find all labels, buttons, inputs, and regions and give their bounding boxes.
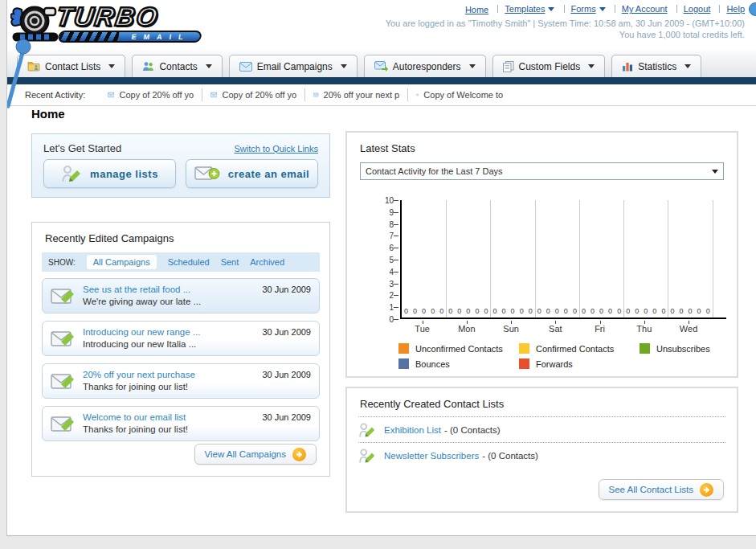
value-label: 0 <box>502 307 506 315</box>
value-label-group: 00000 <box>623 306 668 316</box>
envelope-plus-icon <box>194 165 220 182</box>
legend-swatch <box>519 358 529 369</box>
value-label: 0 <box>706 307 710 315</box>
header-link-templates[interactable]: Templates <box>505 4 545 14</box>
see-all-contact-lists-button[interactable]: See All Contact Lists <box>599 479 724 500</box>
recent-activity-label: Recent Activity: <box>25 90 85 100</box>
filter-archived[interactable]: Archived <box>250 257 284 267</box>
contact-list-item: Exhibition List- (0 Contacts) <box>347 417 737 442</box>
value-label: 0 <box>457 307 461 315</box>
value-label: 0 <box>608 307 612 315</box>
campaign-date: 30 Jun 2009 <box>262 412 311 422</box>
legend-label: Unsubscribes <box>656 344 710 354</box>
credits-line: You have 1,000 total credits left. <box>386 29 745 40</box>
header-link-home[interactable]: Home <box>465 5 488 14</box>
value-label: 0 <box>431 307 435 315</box>
tab-custom-fields[interactable]: Custom Fields <box>492 55 606 77</box>
campaign-subtitle: Thanks for joining our list! <box>83 424 254 436</box>
tab-email-campaigns[interactable]: Email Campaigns <box>229 55 358 77</box>
envelope-icon <box>239 62 252 72</box>
recent-activity-item[interactable]: Copy of 20% off yo <box>100 88 202 101</box>
value-label: 0 <box>439 307 443 315</box>
header-link-help[interactable]: Help <box>726 4 745 14</box>
value-label: 0 <box>537 307 541 315</box>
filter-all-campaigns[interactable]: All Campaigns <box>87 255 157 269</box>
campaign-title-link[interactable]: 20% off your next purchase <box>83 369 254 381</box>
dropdown-arrow-icon <box>548 7 554 11</box>
value-label: 0 <box>475 307 479 315</box>
y-tick-label: 2 <box>379 291 394 300</box>
arrow-icon <box>700 483 713 497</box>
legend-item: Bounces <box>398 358 519 369</box>
show-label: SHOW: <box>48 258 76 267</box>
y-tick <box>394 307 398 308</box>
dropdown-arrow-icon <box>588 64 595 68</box>
campaign-title-link[interactable]: Introducing our new range ... <box>83 326 254 338</box>
get-started-title: Let's Get Started <box>43 142 121 154</box>
header-link-logout[interactable]: Logout <box>684 4 711 14</box>
value-label: 0 <box>626 307 630 315</box>
gridline <box>668 200 668 318</box>
value-label-group: 00000 <box>579 306 623 316</box>
contact-list-link[interactable]: Exhibition List <box>384 425 441 435</box>
help-dot-icon <box>749 2 756 16</box>
y-tick-label: 10 <box>379 196 394 205</box>
x-tick <box>555 321 556 324</box>
contact-list-link[interactable]: Newsletter Subscribers <box>384 451 479 461</box>
person-pencil-icon <box>61 164 82 183</box>
switch-quick-links[interactable]: Switch to Quick Links <box>234 144 318 154</box>
header-link-forms[interactable]: Forms <box>571 4 596 14</box>
legend-swatch <box>398 358 409 369</box>
filter-scheduled[interactable]: Scheduled <box>168 257 210 267</box>
header-link-my-account[interactable]: My Account <box>622 4 668 14</box>
tab-contact-lists[interactable]: Contact Lists <box>17 55 125 77</box>
recent-activity-item[interactable]: Copy of 20% off yo <box>202 88 305 101</box>
header-links: Home Templates Forms My Account Logout H… <box>465 4 745 14</box>
recent-activity-item[interactable]: Copy of Welcome to <box>408 88 511 101</box>
value-label: 0 <box>599 307 603 315</box>
campaign-subtitle: Thanks for joining our list! <box>83 381 254 393</box>
y-tick-label: 9 <box>379 207 394 216</box>
campaigns-title: Recently Edited Campaigns <box>32 223 329 251</box>
recent-activity-item[interactable]: 20% off your next p <box>305 88 408 101</box>
y-tick <box>394 260 398 260</box>
person-pencil-icon <box>358 447 376 465</box>
value-label-group: 00000 <box>402 306 446 316</box>
value-label: 0 <box>635 307 639 315</box>
envelope-icon <box>416 91 419 99</box>
campaign-title-link[interactable]: Welcome to our email list <box>83 412 254 424</box>
manage-lists-button[interactable]: manage lists <box>43 159 176 188</box>
campaign-title-link[interactable]: See us at the retail food ... <box>83 284 254 296</box>
y-tick <box>394 236 398 236</box>
gridline <box>490 200 491 318</box>
tab-contacts[interactable]: Contacts <box>132 55 222 77</box>
y-tick-label: 1 <box>379 303 394 312</box>
value-label: 0 <box>466 307 470 315</box>
x-tick-label: Fri <box>578 324 622 334</box>
y-tick-label: 8 <box>379 219 394 228</box>
view-all-campaigns-button[interactable]: View All Campaigns <box>194 444 317 465</box>
campaign-row: 20% off your next purchase Thanks for jo… <box>42 363 320 399</box>
create-email-button[interactable]: create an email <box>186 159 318 188</box>
campaign-date: 30 Jun 2009 <box>262 327 311 337</box>
value-label: 0 <box>484 307 488 315</box>
x-tick <box>511 321 512 324</box>
value-label: 0 <box>582 307 586 315</box>
value-label: 0 <box>555 307 559 315</box>
value-label: 0 <box>520 307 524 315</box>
filter-sent[interactable]: Sent <box>221 257 239 267</box>
contact-activity-chart: 00000000000000000000000000000000000 Unco… <box>347 133 737 376</box>
campaign-date: 30 Jun 2009 <box>262 370 311 379</box>
campaigns-filter-bar: SHOW: All Campaigns Scheduled Sent Archi… <box>42 252 320 272</box>
y-tick-label: 5 <box>379 256 394 264</box>
tab-autoresponders[interactable]: Autoresponders <box>364 55 486 77</box>
contact-list-count: - (0 Contacts) <box>444 425 501 435</box>
x-tick <box>423 321 423 324</box>
legend-swatch <box>519 343 529 354</box>
x-tick <box>600 321 601 324</box>
tab-statistics[interactable]: Statistics <box>611 55 701 77</box>
login-line: You are logged in as "Timothy Smith" | S… <box>386 18 745 29</box>
campaign-subtitle: We're giving away our late ... <box>83 296 254 308</box>
person-pencil-icon <box>358 421 376 439</box>
get-started-panel: Let's Get Started Switch to Quick Links … <box>31 133 330 198</box>
